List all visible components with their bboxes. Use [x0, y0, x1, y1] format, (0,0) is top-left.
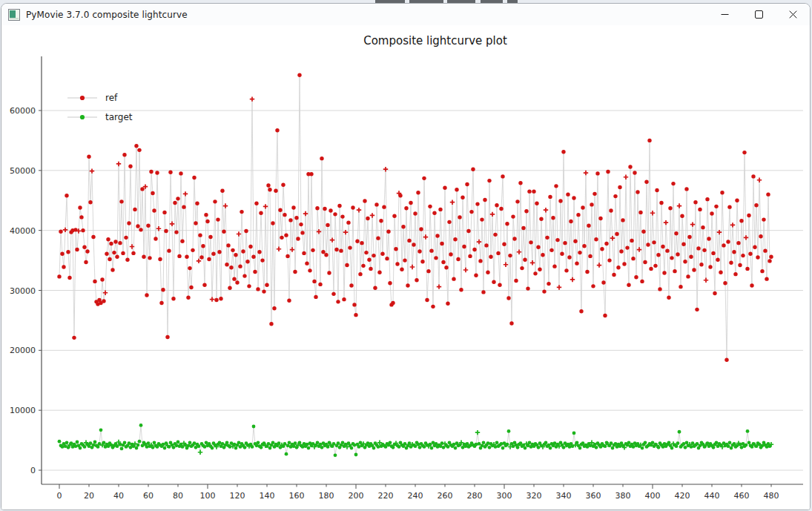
ref-point	[658, 287, 661, 291]
ref-point	[462, 245, 466, 248]
ref-point	[756, 255, 759, 259]
ref-point	[511, 214, 515, 218]
ref-point	[337, 204, 341, 208]
target-point	[627, 441, 631, 444]
ref-point	[680, 214, 684, 218]
ref-point	[489, 255, 492, 259]
ref-point	[59, 230, 62, 234]
ref-point	[164, 229, 168, 233]
ref-point	[220, 189, 224, 193]
minimize-button[interactable]	[707, 4, 742, 25]
x-tick-label: 400	[645, 491, 661, 501]
ref-point	[413, 211, 417, 215]
target-point	[176, 441, 180, 444]
ref-point	[254, 202, 258, 205]
ref-point	[698, 208, 702, 211]
target-point	[578, 446, 582, 450]
ref-point	[364, 251, 368, 254]
ref-point	[201, 244, 205, 248]
ref-point	[308, 268, 311, 272]
ref-point	[681, 243, 685, 246]
maximize-button[interactable]	[742, 4, 776, 25]
target-point	[271, 441, 275, 444]
ref-point	[545, 236, 549, 240]
ref-point-plus	[610, 236, 615, 240]
ref-point	[309, 172, 313, 176]
ref-point	[492, 280, 495, 283]
ref-point	[532, 189, 535, 193]
ref-point	[118, 241, 122, 245]
x-tick-label: 340	[556, 491, 572, 501]
ref-point	[302, 251, 306, 255]
ref-point-plus	[197, 259, 201, 263]
target-point	[163, 446, 167, 450]
ref-point	[604, 242, 608, 245]
maximize-icon	[755, 10, 763, 19]
target-point	[65, 441, 69, 444]
target-point	[728, 441, 732, 444]
ref-point	[708, 265, 712, 268]
close-button[interactable]	[776, 4, 810, 25]
ref-point	[87, 155, 90, 159]
ref-point-plus	[63, 228, 67, 232]
x-tick-label: 280	[467, 491, 483, 501]
ref-point	[242, 274, 246, 277]
target-point	[696, 442, 699, 446]
close-icon	[789, 10, 797, 19]
target-point	[595, 446, 598, 449]
ref-point	[85, 249, 89, 253]
ref-point	[422, 177, 426, 180]
target-point	[332, 442, 336, 446]
x-tick-label: 0	[57, 491, 62, 501]
app-icon[interactable]	[8, 9, 20, 21]
target-point	[119, 443, 122, 446]
ref-point	[297, 73, 301, 77]
target-point	[102, 441, 106, 444]
ref-point	[186, 296, 190, 300]
ref-point	[468, 254, 472, 258]
ref-point	[372, 254, 375, 257]
ref-point	[478, 259, 482, 263]
ref-point	[435, 234, 439, 237]
ref-point	[711, 251, 715, 255]
ref-point	[521, 226, 525, 230]
ref-point	[615, 232, 618, 236]
ref-point	[486, 271, 489, 274]
ref-point	[420, 260, 424, 263]
target-connector-line	[59, 425, 771, 455]
x-tick-label: 420	[675, 491, 690, 501]
target-point	[197, 444, 201, 448]
ref-point	[403, 258, 406, 262]
ref-point-plus	[730, 222, 735, 227]
ref-point	[131, 251, 135, 255]
ref-point	[598, 217, 602, 220]
ref-point	[628, 165, 632, 168]
target-point	[372, 446, 376, 450]
ref-point	[72, 336, 76, 340]
ref-point	[323, 207, 326, 211]
target-point	[136, 444, 140, 447]
ref-point	[555, 238, 559, 242]
ref-point	[741, 254, 745, 257]
ref-point	[419, 227, 423, 231]
ref-point	[283, 213, 286, 217]
ref-point	[729, 261, 733, 265]
ref-point	[518, 181, 522, 185]
ref-marker-sample	[67, 94, 98, 102]
ref-point	[506, 296, 510, 300]
ref-point	[441, 260, 445, 264]
ref-point	[634, 275, 638, 279]
ref-point	[684, 187, 688, 191]
target-point	[446, 445, 450, 449]
ref-point	[649, 267, 653, 271]
titlebar[interactable]: PyMovie 3.7.0 composite lightcurve	[1, 4, 810, 25]
target-point	[745, 444, 748, 447]
target-point	[475, 443, 478, 446]
ref-point	[266, 183, 270, 187]
ref-point	[723, 281, 727, 285]
ref-point	[509, 321, 513, 325]
ref-point	[321, 250, 325, 254]
ref-point	[659, 201, 663, 205]
x-tick-label: 20	[84, 491, 94, 501]
ref-point	[225, 263, 228, 266]
